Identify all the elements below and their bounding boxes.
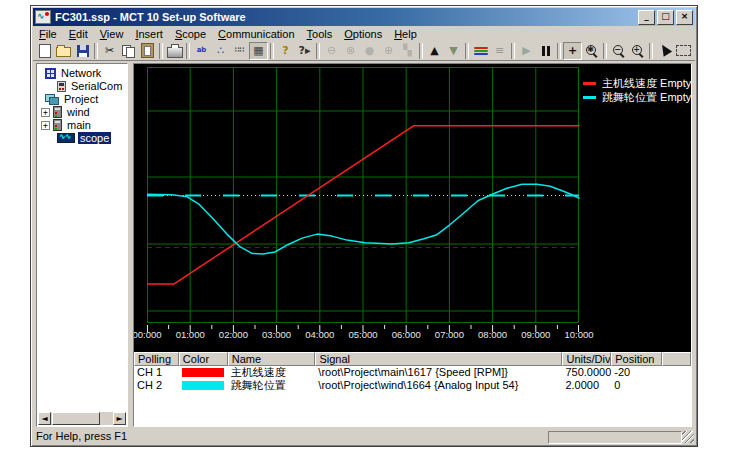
sidebar-item-scope[interactable]: scope bbox=[37, 132, 127, 144]
scroll-right-arrow-icon[interactable]: ► bbox=[113, 412, 126, 425]
table-row[interactable]: CH 2跳舞轮位置\root\Project\wind\1664 {Analog… bbox=[134, 379, 691, 392]
toolbar-separator bbox=[649, 43, 653, 59]
cell: CH 1 bbox=[134, 366, 179, 379]
context-help-icon[interactable]: ?▸ bbox=[295, 42, 314, 60]
move-down-icon-glyph: ▼ bbox=[449, 45, 457, 56]
pause-icon[interactable] bbox=[536, 42, 555, 60]
scope-icon bbox=[57, 133, 75, 143]
legend-label: 跳舞轮位置 Empty bbox=[602, 90, 691, 105]
new-file-icon-glyph bbox=[39, 44, 51, 58]
sidebar-item-network[interactable]: Network bbox=[37, 67, 127, 79]
menu-item-edit[interactable]: Edit bbox=[63, 27, 94, 41]
column-header-name[interactable]: Name bbox=[228, 352, 316, 366]
save-file-icon[interactable] bbox=[73, 42, 92, 60]
compare-icon: ▚ bbox=[398, 42, 417, 60]
project-icon bbox=[45, 94, 59, 105]
stop-comm-icon-glyph: ⊗ bbox=[346, 45, 355, 56]
menu-item-help[interactable]: Help bbox=[388, 27, 423, 41]
zoom-region-icon[interactable]: ✱ bbox=[582, 42, 601, 60]
maximize-button[interactable]: □ bbox=[657, 10, 674, 25]
write-to-drive-icon: ⊕ bbox=[379, 42, 398, 60]
cell: \root\Project\wind\1664 {Analog Input 54… bbox=[315, 379, 562, 392]
toolbar-separator bbox=[94, 43, 98, 59]
close-button[interactable]: × bbox=[676, 10, 693, 25]
zoom-out-icon[interactable]: − bbox=[609, 42, 628, 60]
track-cursor-icon-glyph: + bbox=[568, 45, 577, 56]
scroll-right-icon[interactable]: ▸| bbox=[693, 42, 695, 60]
sidebar-item-wind[interactable]: +wind bbox=[37, 106, 127, 118]
cell bbox=[179, 379, 228, 392]
move-up-icon[interactable]: ▲ bbox=[425, 42, 444, 60]
dotted-list-view-icon[interactable]: ∷∷ bbox=[230, 42, 249, 60]
column-header-position[interactable]: Position bbox=[611, 352, 662, 366]
sidebar-item-serialcom[interactable]: SerialCom bbox=[37, 80, 127, 92]
menu-item-options[interactable]: Options bbox=[338, 27, 388, 41]
cut-icon[interactable]: ✂ bbox=[100, 42, 119, 60]
tree-item-label: Project bbox=[62, 93, 100, 105]
sidebar-item-main[interactable]: +main bbox=[37, 119, 127, 131]
column-header-signal[interactable]: Signal bbox=[315, 352, 562, 366]
play-icon[interactable]: ▶ bbox=[517, 42, 536, 60]
column-header-color[interactable]: Color bbox=[179, 352, 228, 366]
toolbar-separator bbox=[316, 43, 320, 59]
title-bar[interactable]: FC301.ssp - MCT 10 Set-up Software _□× bbox=[33, 8, 695, 26]
dotted-list-view-icon-glyph: ∷∷ bbox=[235, 45, 245, 56]
scope-chart[interactable]: 00:00001:00002:00003:00004:00005:00006:0… bbox=[134, 64, 691, 352]
scatter-view-icon[interactable]: ∴ bbox=[211, 42, 230, 60]
menu-item-insert[interactable]: Insert bbox=[129, 27, 169, 41]
help-icon-glyph: ? bbox=[282, 45, 288, 56]
minimize-button[interactable]: _ bbox=[638, 10, 655, 25]
table-view-icon[interactable]: ▦ bbox=[249, 42, 268, 60]
column-header-filler[interactable] bbox=[662, 352, 691, 366]
track-cursor-icon[interactable]: + bbox=[563, 42, 582, 60]
serial-device-icon bbox=[57, 81, 66, 92]
select-rect-icon[interactable] bbox=[674, 42, 693, 60]
scroll-left-arrow-icon[interactable]: ◄ bbox=[38, 412, 51, 425]
pointer-icon-glyph bbox=[657, 42, 671, 57]
menu-item-scope[interactable]: Scope bbox=[169, 27, 212, 41]
tree-horizontal-scrollbar[interactable]: ◄ ► bbox=[38, 412, 126, 425]
cell: 跳舞轮位置 bbox=[228, 379, 316, 392]
context-help-icon-glyph: ?▸ bbox=[299, 45, 311, 56]
tree-item-label: main bbox=[65, 119, 93, 131]
read-from-drive-icon-glyph: ⊖ bbox=[327, 45, 336, 56]
copy-icon[interactable] bbox=[119, 42, 138, 60]
sidebar-item-project[interactable]: Project bbox=[37, 93, 127, 105]
pointer-icon[interactable] bbox=[655, 42, 674, 60]
scope-pane: 00:00001:00002:00003:00004:00005:00006:0… bbox=[133, 63, 692, 427]
column-header-units-div[interactable]: Units/Div bbox=[562, 352, 611, 366]
toolbar-separator bbox=[511, 43, 515, 59]
status-message: For Help, press F1 bbox=[36, 430, 127, 442]
cell: CH 2 bbox=[134, 379, 179, 392]
scatter-view-icon-glyph: ∴ bbox=[217, 45, 224, 56]
print-icon[interactable] bbox=[165, 42, 184, 60]
column-header-polling[interactable]: Polling bbox=[134, 352, 179, 366]
new-file-icon[interactable] bbox=[35, 42, 54, 60]
scrollbar-thumb[interactable] bbox=[52, 412, 100, 425]
help-icon[interactable]: ? bbox=[276, 42, 295, 60]
open-file-icon[interactable] bbox=[54, 42, 73, 60]
write-to-drive-icon-glyph: ⊕ bbox=[384, 45, 393, 56]
menu-item-tools[interactable]: Tools bbox=[301, 27, 339, 41]
copy-icon-glyph bbox=[122, 45, 135, 57]
tree-expander-icon[interactable]: + bbox=[41, 108, 50, 117]
paste-icon-glyph bbox=[141, 43, 154, 58]
toolbar-separator bbox=[465, 43, 469, 59]
zoom-region-icon-glyph: ✱ bbox=[585, 44, 599, 58]
table-row[interactable]: CH 1主机线速度\root\Project\main\1617 {Speed … bbox=[134, 366, 691, 379]
app-icon bbox=[35, 10, 51, 24]
line-style-icon[interactable]: ≡ bbox=[490, 42, 509, 60]
open-file-icon-glyph bbox=[56, 47, 71, 57]
scope-plot[interactable] bbox=[147, 67, 582, 343]
channel-waves-icon[interactable] bbox=[471, 42, 490, 60]
paste-icon[interactable] bbox=[138, 42, 157, 60]
menu-item-communication[interactable]: Communication bbox=[212, 27, 300, 41]
tree-expander-icon[interactable]: + bbox=[41, 121, 50, 130]
menu-item-file[interactable]: File bbox=[33, 27, 63, 41]
channel-waves-icon-glyph bbox=[474, 45, 488, 57]
menu-item-view[interactable]: View bbox=[94, 27, 130, 41]
resize-grip-icon[interactable] bbox=[682, 431, 694, 443]
move-down-icon[interactable]: ▼ bbox=[444, 42, 463, 60]
zoom-in-icon[interactable]: + bbox=[628, 42, 647, 60]
parameter-view-icon[interactable]: ab bbox=[192, 42, 211, 60]
